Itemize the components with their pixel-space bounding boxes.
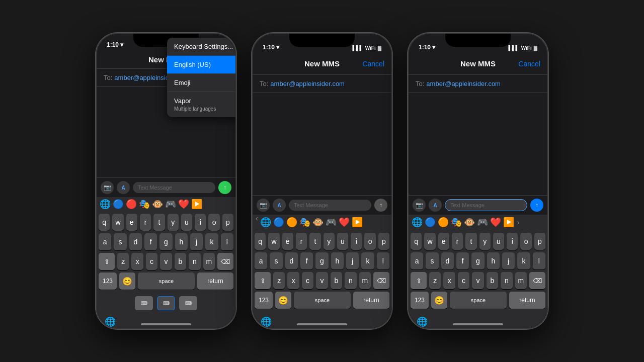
key-y-2[interactable]: y [324,233,335,250]
emoji-1-2[interactable]: 🔵 [113,199,124,210]
send-button-3[interactable]: ↑ [530,199,543,212]
key-o-1[interactable]: o [208,214,219,231]
globe-icon-1[interactable]: 🌐 [105,316,116,327]
key-j-1[interactable]: j [190,233,203,250]
key-t-3[interactable]: t [465,233,476,250]
key-t-1[interactable]: t [153,214,165,231]
key-f-3[interactable]: f [456,252,469,269]
key-k-1[interactable]: k [205,233,218,250]
emoji-3-4[interactable]: 🎭 [451,217,462,228]
key-p-2[interactable]: p [378,233,389,250]
key-shift-1[interactable]: ⇧ [99,253,115,270]
key-n-1[interactable]: n [189,253,200,270]
camera-icon-1[interactable]: 📷 [101,181,114,194]
key-j-2[interactable]: j [346,252,359,269]
key-t-2[interactable]: t [309,233,320,250]
key-space-3[interactable]: space [450,292,507,309]
emoji-3-7[interactable]: ❤️ [490,217,501,228]
emoji-1-1[interactable]: 🌐 [100,199,111,210]
scroll-left-2[interactable]: ‹ [256,215,258,222]
camera-icon-2[interactable]: 📷 [257,199,270,212]
key-123-2[interactable]: 123 [255,292,273,309]
key-e-1[interactable]: e [126,214,137,231]
key-m-2[interactable]: m [359,272,371,289]
key-x-2[interactable]: x [287,272,299,289]
message-input-3[interactable]: Text Message [445,199,527,211]
emoji-3-8[interactable]: ▶️ [503,217,514,228]
key-i-1[interactable]: i [195,214,206,231]
apps-icon-3[interactable]: A [429,199,442,212]
send-button-1[interactable]: ↑ [218,181,231,194]
cancel-button-2[interactable]: Cancel [362,60,384,68]
key-m-1[interactable]: m [203,253,215,270]
key-c-2[interactable]: c [302,272,313,289]
key-d-2[interactable]: d [285,252,298,269]
key-m-3[interactable]: m [515,272,527,289]
key-l-1[interactable]: l [221,233,233,250]
key-e-2[interactable]: e [282,233,293,250]
kb-switch-split-1[interactable]: ⌨ [135,296,153,310]
key-123-1[interactable]: 123 [99,273,117,290]
emoji-2-4[interactable]: 🎭 [299,217,310,228]
kb-switch-normal-1[interactable]: ⌨ [157,296,175,310]
key-o-3[interactable]: o [520,233,531,250]
key-f-1[interactable]: f [144,233,157,250]
emoji-2-8[interactable]: ▶️ [352,217,363,228]
key-space-2[interactable]: space [294,292,351,309]
key-a-3[interactable]: a [411,252,423,269]
key-w-2[interactable]: w [268,233,279,250]
key-emoji-3[interactable]: 😊 [431,292,447,309]
key-return-2[interactable]: return [353,292,389,309]
apps-icon-2[interactable]: A [273,199,286,212]
popup-keyboard-settings[interactable]: Keyboard Settings... [167,38,235,56]
key-emoji-1[interactable]: 😊 [119,273,135,290]
key-x-3[interactable]: x [443,272,455,289]
key-b-1[interactable]: b [175,253,186,270]
emoji-1-8[interactable]: ▶️ [191,199,202,210]
emoji-1-5[interactable]: 🐵 [152,199,163,210]
key-o-2[interactable]: o [364,233,375,250]
key-v-1[interactable]: v [160,253,172,270]
key-p-3[interactable]: p [534,233,545,250]
emoji-2-3[interactable]: 🟠 [286,217,297,228]
key-z-2[interactable]: z [273,272,285,289]
emoji-3-5[interactable]: 🐵 [464,217,475,228]
emoji-2-6[interactable]: 🎮 [326,217,337,228]
key-g-3[interactable]: g [471,252,484,269]
key-shift-3[interactable]: ⇧ [411,272,427,289]
key-h-1[interactable]: h [175,233,188,250]
emoji-2-1[interactable]: 🌐 [260,217,271,228]
key-r-1[interactable]: r [140,214,151,231]
key-w-1[interactable]: w [112,214,123,231]
popup-english-us[interactable]: English (US) [167,56,235,74]
emoji-3-3[interactable]: 🟠 [438,217,449,228]
globe-icon-3[interactable]: 🌐 [417,316,428,327]
key-l-2[interactable]: l [377,252,389,269]
key-w-3[interactable]: w [424,233,435,250]
key-d-3[interactable]: d [441,252,454,269]
key-u-1[interactable]: u [181,214,192,231]
key-n-3[interactable]: n [501,272,512,289]
key-k-2[interactable]: k [361,252,374,269]
key-s-3[interactable]: s [426,252,438,269]
emoji-2-7[interactable]: ❤️ [339,217,350,228]
key-b-3[interactable]: b [487,272,498,289]
emoji-3-1[interactable]: 🌐 [412,217,423,228]
popup-vapor[interactable]: VaporMultiple languages [167,92,235,117]
emoji-2-2[interactable]: 🔵 [273,217,284,228]
key-delete-2[interactable]: ⌫ [373,272,389,289]
key-s-2[interactable]: s [270,252,282,269]
key-n-2[interactable]: n [345,272,356,289]
key-e-3[interactable]: e [438,233,449,250]
key-b-2[interactable]: b [331,272,342,289]
key-q-1[interactable]: q [99,214,110,231]
scroll-right-3[interactable]: › [517,218,520,226]
key-z-3[interactable]: z [429,272,441,289]
key-z-1[interactable]: z [117,253,129,270]
message-input-1[interactable]: Text Message [133,182,215,193]
emoji-3-2[interactable]: 🔵 [425,217,436,228]
key-q-3[interactable]: q [411,233,422,250]
kb-switch-float-1[interactable]: ⌨ [179,296,197,310]
popup-emoji[interactable]: Emoji [167,74,235,92]
send-button-2[interactable]: ↑ [374,199,387,212]
